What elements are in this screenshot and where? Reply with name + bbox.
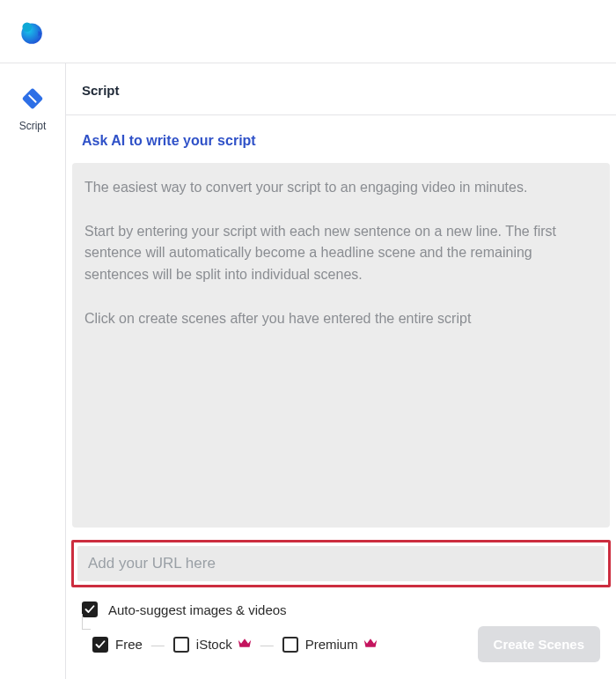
tree-elbow-icon — [82, 614, 91, 630]
url-highlight-box — [71, 540, 611, 587]
premium-checkbox[interactable] — [282, 637, 298, 653]
separator-dash: — — [259, 637, 275, 652]
istock-checkbox[interactable] — [173, 637, 189, 653]
sidebar-item-label: Script — [19, 120, 47, 132]
premium-label: Premium — [305, 637, 378, 652]
create-scenes-button[interactable]: Create Scenes — [478, 626, 600, 662]
istock-label: iStock — [196, 637, 252, 652]
free-label: Free — [115, 637, 143, 652]
crown-icon — [238, 637, 252, 652]
auto-suggest-label: Auto-suggest images & videos — [108, 602, 287, 617]
script-icon — [20, 86, 45, 114]
url-input[interactable] — [77, 546, 605, 581]
free-checkbox[interactable] — [92, 637, 108, 653]
page-title: Script — [82, 83, 120, 98]
ask-ai-link[interactable]: Ask AI to write your script — [82, 133, 256, 148]
crown-icon — [363, 637, 378, 652]
svg-point-1 — [22, 22, 32, 32]
sidebar-item-script[interactable]: Script — [19, 86, 47, 132]
main-panel: Script Ask AI to write your script The e… — [66, 63, 616, 679]
app-logo-icon — [16, 17, 46, 47]
auto-suggest-row: Auto-suggest images & videos — [66, 587, 616, 617]
topbar — [0, 0, 616, 63]
media-tier-row: Free — iStock — Premium Creat — [66, 617, 616, 662]
separator-dash: — — [150, 637, 166, 652]
script-textarea[interactable]: The easiest way to convert your script t… — [72, 163, 610, 528]
sidebar: Script — [0, 63, 66, 679]
section-header: Script — [66, 63, 616, 115]
